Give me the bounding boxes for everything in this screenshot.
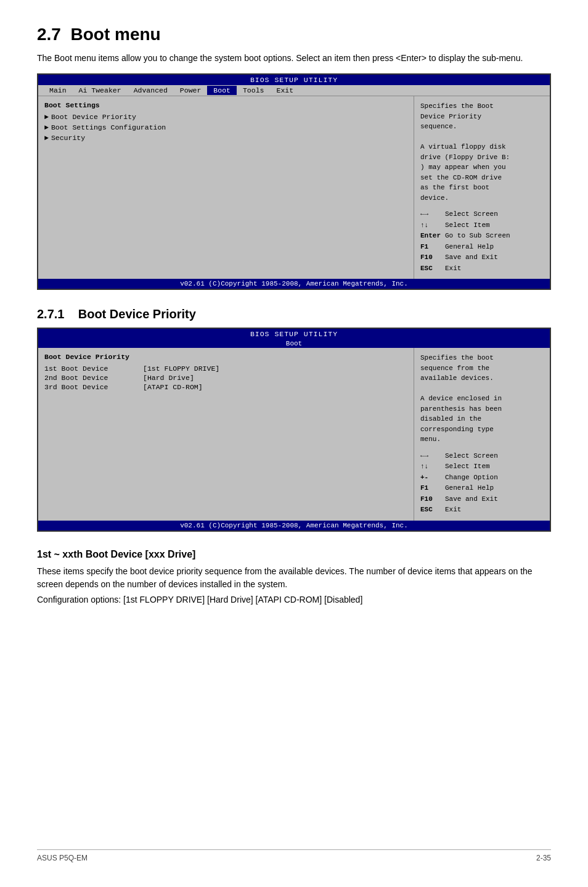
- bios-subtitle-bar: Boot: [38, 339, 550, 348]
- menu-power[interactable]: Power: [174, 86, 208, 95]
- arrow-icon-1: ►: [44, 113, 49, 121]
- bios-item-boot-settings-config[interactable]: ► Boot Settings Configuration: [44, 123, 407, 131]
- bios-help-keys-1: ←→ Select Screen ↑↓ Select Item Enter Go…: [420, 209, 544, 273]
- subsubsection-title: 1st ~ xxth Boot Device [xxx Drive]: [37, 549, 551, 560]
- bios-section-header-1: Boot Settings: [44, 101, 407, 109]
- bios-footer-2: v02.61 (C)Copyright 1985-2008, American …: [38, 521, 550, 530]
- page-footer-area: ASUS P5Q-EM 2-35: [37, 837, 551, 862]
- menu-advanced[interactable]: Advanced: [128, 86, 174, 95]
- menu-tools[interactable]: Tools: [237, 86, 271, 95]
- section-intro: The Boot menu items allow you to change …: [37, 52, 551, 65]
- bios-titlebar-2: BIOS SETUP UTILITY: [38, 329, 550, 339]
- subsection-title: 2.7.1 Boot Device Priority: [37, 307, 551, 321]
- section-title: 2.7 Boot menu: [37, 25, 551, 44]
- bios-section-header-2: Boot Device Priority: [44, 353, 407, 361]
- bios-left-panel-2: Boot Device Priority 1st Boot Device [1s…: [38, 348, 414, 521]
- section-271: 2.7.1 Boot Device Priority BIOS SETUP UT…: [37, 307, 551, 606]
- bios-content-1: Boot Settings ► Boot Device Priority ► B…: [38, 96, 550, 279]
- bios-right-panel-2: Specifies the boot sequence from the ava…: [414, 348, 550, 521]
- bios-content-2: Boot Device Priority 1st Boot Device [1s…: [38, 348, 550, 521]
- page-footer: ASUS P5Q-EM 2-35: [37, 854, 551, 862]
- boot-device-row-3: 3rd Boot Device [ATAPI CD-ROM]: [44, 383, 407, 391]
- bios-help-keys-2: ←→ Select Screen ↑↓ Select Item +- Chang…: [420, 451, 544, 515]
- footer-right: 2-35: [536, 854, 551, 862]
- boot-device-row-1: 1st Boot Device [1st FLOPPY DRIVE]: [44, 365, 407, 373]
- bios-item-security[interactable]: ► Security: [44, 134, 407, 142]
- boot-device-row-2: 2nd Boot Device [Hard Drive]: [44, 374, 407, 382]
- bios-footer-1: v02.61 (C)Copyright 1985-2008, American …: [38, 279, 550, 289]
- section-27: 2.7 Boot menu The Boot menu items allow …: [37, 25, 551, 290]
- footer-divider: [37, 849, 551, 850]
- bios-boot-table: 1st Boot Device [1st FLOPPY DRIVE] 2nd B…: [44, 365, 407, 391]
- subsubsection-body1: These items specify the boot device prio…: [37, 565, 551, 591]
- footer-left: ASUS P5Q-EM: [37, 854, 88, 862]
- arrow-icon-2: ►: [44, 123, 49, 131]
- bios-menubar-1: Main Ai Tweaker Advanced Power Boot Tool…: [38, 85, 550, 96]
- bios-help-text-2: Specifies the boot sequence from the ava…: [420, 353, 544, 445]
- menu-main[interactable]: Main: [43, 86, 73, 95]
- bios-right-panel-1: Specifies the Boot Device Priority seque…: [414, 96, 550, 279]
- bios-left-panel-1: Boot Settings ► Boot Device Priority ► B…: [38, 96, 414, 279]
- bios-screenshot-1: BIOS SETUP UTILITY Main Ai Tweaker Advan…: [37, 73, 551, 290]
- menu-exit[interactable]: Exit: [270, 86, 300, 95]
- bios-item-boot-device-priority[interactable]: ► Boot Device Priority: [44, 113, 407, 121]
- arrow-icon-3: ►: [44, 134, 49, 142]
- menu-boot[interactable]: Boot: [207, 86, 237, 95]
- menu-ai-tweaker[interactable]: Ai Tweaker: [73, 86, 128, 95]
- bios-screenshot-2: BIOS SETUP UTILITY Boot Boot Device Prio…: [37, 328, 551, 532]
- bios-titlebar-1: BIOS SETUP UTILITY: [38, 75, 550, 85]
- bios-help-text-1: Specifies the Boot Device Priority seque…: [420, 101, 544, 203]
- subsubsection-boot-device: 1st ~ xxth Boot Device [xxx Drive] These…: [37, 549, 551, 606]
- subsubsection-body2: Configuration options: [1st FLOPPY DRIVE…: [37, 593, 551, 606]
